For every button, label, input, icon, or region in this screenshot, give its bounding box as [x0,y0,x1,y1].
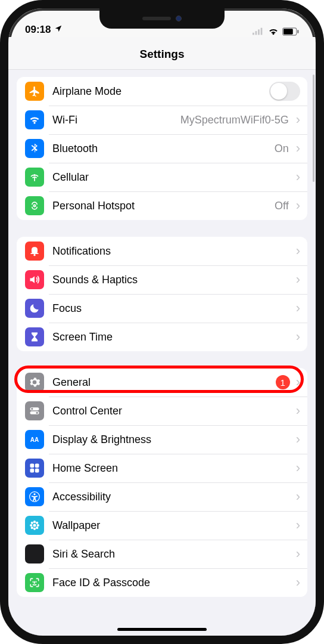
row-screentime[interactable]: Screen Time› [17,323,307,351]
chevron-right-icon: › [296,198,300,213]
airplane-icon [25,82,44,101]
svg-rect-2 [258,29,260,35]
row-accessibility[interactable]: Accessibility› [17,482,307,511]
speaker [142,17,171,20]
row-label: Wallpaper [52,519,100,532]
row-value: MySpectrumWiFif0-5G [180,114,289,126]
chevron-right-icon: › [296,518,300,533]
row-faceid[interactable]: Face ID & Passcode› [17,568,307,597]
row-label: Bluetooth [52,143,98,155]
siri-icon [25,544,44,564]
notification-badge: 1 [276,375,290,389]
row-value: Off [275,200,289,212]
chevron-right-icon: › [296,403,300,419]
row-controlcenter[interactable]: Control Center› [17,397,307,425]
chevron-right-icon: › [296,546,300,562]
row-label: Personal Hotspot [52,200,135,212]
gear-icon [25,373,44,392]
settings-group: Airplane ModeWi-FiMySpectrumWiFif0-5G›Bl… [17,77,307,220]
faceid-icon [25,573,44,592]
row-wifi[interactable]: Wi-FiMySpectrumWiFif0-5G› [17,106,307,134]
settings-list[interactable]: Airplane ModeWi-FiMySpectrumWiFif0-5G›Bl… [8,70,316,636]
hotspot-icon [25,196,44,215]
notch [99,8,225,29]
battery-icon [282,27,299,36]
row-label: Display & Brightness [52,434,151,446]
row-hotspot[interactable]: Personal HotspotOff› [17,191,307,220]
chevron-right-icon: › [296,243,300,259]
row-wallpaper[interactable]: Wallpaper› [17,511,307,540]
row-label: Accessibility [52,491,111,503]
chevron-right-icon: › [296,432,300,447]
toggle[interactable] [269,82,300,101]
row-value: On [275,143,289,155]
row-label: Cellular [52,171,89,184]
row-focus[interactable]: Focus› [17,294,307,323]
bell-icon [25,242,44,261]
row-airplane[interactable]: Airplane Mode [17,77,307,106]
switches-icon [25,401,44,420]
row-label: Control Center [52,405,122,417]
accessibility-icon [25,487,44,506]
row-sounds[interactable]: Sounds & Haptics› [17,265,307,294]
settings-group: Notifications›Sounds & Haptics›Focus›Scr… [17,237,307,351]
cellular-signal-icon [253,27,264,36]
chevron-right-icon: › [296,374,300,390]
page-title: Settings [8,37,316,70]
row-notifications[interactable]: Notifications› [17,237,307,265]
row-label: Focus [52,302,82,315]
row-label: Siri & Search [52,548,115,561]
front-camera [176,16,182,21]
grid-icon [25,459,44,478]
chevron-right-icon: › [296,301,300,316]
svg-rect-1 [256,31,257,35]
row-label: General [52,376,91,389]
row-cellular[interactable]: Cellular› [17,163,307,191]
settings-group: General1›Control Center›Display & Bright… [17,368,307,597]
svg-rect-6 [297,30,298,33]
chevron-right-icon: › [296,575,300,590]
row-label: Notifications [52,245,111,258]
location-arrow-icon [54,24,63,36]
row-label: Screen Time [52,331,113,343]
chevron-right-icon: › [296,141,300,156]
svg-rect-0 [253,33,254,35]
chevron-right-icon: › [296,272,300,287]
row-siri[interactable]: Siri & Search› [17,540,307,568]
hourglass-icon [25,327,44,346]
flower-icon [25,516,44,535]
wifi-icon [25,110,44,129]
row-label: Home Screen [52,462,118,475]
chevron-right-icon: › [296,112,300,128]
svg-rect-5 [284,29,293,34]
speaker-icon [25,270,44,289]
chevron-right-icon: › [296,460,300,476]
status-time: 09:18 [25,24,51,36]
home-indicator[interactable] [117,628,207,631]
aa-icon [25,430,44,449]
moon-icon [25,299,44,318]
row-display[interactable]: Display & Brightness› [17,425,307,454]
row-homescreen[interactable]: Home Screen› [17,454,307,482]
chevron-right-icon: › [296,329,300,345]
row-label: Wi-Fi [52,114,77,126]
row-label: Airplane Mode [52,85,122,98]
bluetooth-icon [25,139,44,158]
scrollbar[interactable] [313,75,314,182]
phone-frame: 09:18 [0,0,324,644]
svg-rect-3 [261,28,263,35]
chevron-right-icon: › [296,169,300,185]
row-bluetooth[interactable]: BluetoothOn› [17,134,307,163]
row-general[interactable]: General1› [17,368,307,397]
row-label: Face ID & Passcode [52,577,150,589]
chevron-right-icon: › [296,489,300,504]
wifi-status-icon [268,27,279,36]
row-label: Sounds & Haptics [52,274,138,286]
cellular-icon [25,168,44,187]
